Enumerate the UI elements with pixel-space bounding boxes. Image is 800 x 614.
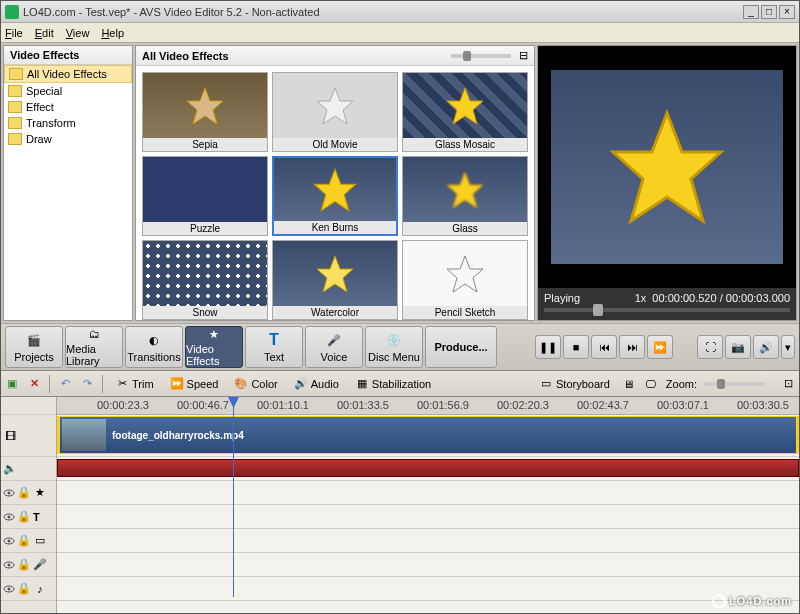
eye-icon[interactable]: [3, 535, 15, 547]
pause-button[interactable]: ❚❚: [535, 335, 561, 359]
next-frame-button[interactable]: ⏭: [619, 335, 645, 359]
effect-tile-kenburns[interactable]: Ken Burns: [272, 156, 398, 236]
timeline: 🎞 🔈 🔒★ 🔒T 🔒▭ 🔒🎤 🔒♪ 00:00:23.3 00:00:46.7…: [1, 397, 799, 613]
lock-icon[interactable]: 🔒: [17, 558, 31, 572]
effect-tile-glassmosaic[interactable]: Glass Mosaic: [402, 72, 528, 152]
effect-label: Snow: [143, 306, 267, 319]
effect-tile-pencil[interactable]: Pencil Sketch: [402, 240, 528, 320]
audio-clip[interactable]: [57, 459, 799, 477]
monitor-icon[interactable]: 🖵: [644, 377, 658, 391]
effect-track[interactable]: [57, 481, 799, 505]
speed-button[interactable]: ⏩Speed: [166, 375, 223, 393]
speed-icon: ⏩: [170, 377, 184, 391]
tl-label: Color: [251, 378, 277, 390]
voice-track[interactable]: [57, 553, 799, 577]
svg-point-13: [8, 539, 11, 542]
jump-button[interactable]: ⏩: [647, 335, 673, 359]
time-ruler[interactable]: 00:00:23.3 00:00:46.7 00:01:10.1 00:01:3…: [57, 397, 799, 415]
transitions-icon: ◐: [144, 331, 164, 349]
effect-tile-sepia[interactable]: Sepia: [142, 72, 268, 152]
sidebar-item-transform[interactable]: Transform: [4, 115, 132, 131]
menu-help[interactable]: Help: [101, 27, 124, 39]
redo-icon[interactable]: ↷: [80, 377, 94, 391]
audio-button[interactable]: 🔊Audio: [290, 375, 343, 393]
seek-bar[interactable]: [544, 308, 790, 312]
undo-icon[interactable]: ↶: [58, 377, 72, 391]
voice-button[interactable]: 🎤Voice: [305, 326, 363, 368]
view-mode-icon[interactable]: 🖥: [622, 377, 636, 391]
produce-button[interactable]: Produce...: [425, 326, 497, 368]
trim-icon: ✂: [115, 377, 129, 391]
timeline-add-icon[interactable]: ▣: [5, 377, 19, 391]
zoom-slider[interactable]: [705, 382, 765, 386]
media-library-button[interactable]: 🗂Media Library: [65, 326, 123, 368]
lock-icon[interactable]: 🔒: [17, 510, 31, 524]
lock-icon[interactable]: 🔒: [17, 534, 31, 548]
timeline-tracks[interactable]: 00:00:23.3 00:00:46.7 00:01:10.1 00:01:3…: [57, 397, 799, 613]
audio-track[interactable]: [57, 457, 799, 481]
overlay-track[interactable]: [57, 529, 799, 553]
video-clip[interactable]: footage_oldharryrocks.mp4: [57, 416, 799, 454]
maximize-button[interactable]: □: [761, 5, 777, 19]
playhead[interactable]: [233, 397, 234, 597]
timeline-delete-icon[interactable]: ✕: [27, 377, 41, 391]
menu-view[interactable]: View: [66, 27, 90, 39]
color-button[interactable]: 🎨Color: [230, 375, 281, 393]
close-button[interactable]: ×: [779, 5, 795, 19]
effect-tile-puzzle[interactable]: Puzzle: [142, 156, 268, 236]
volume-button[interactable]: 🔊: [753, 335, 779, 359]
video-effects-button[interactable]: ★Video Effects: [185, 326, 243, 368]
sidebar-item-label: Draw: [26, 133, 52, 145]
text-icon: T: [264, 331, 284, 349]
disc-menu-button[interactable]: 💿Disc Menu: [365, 326, 423, 368]
svg-marker-5: [317, 256, 353, 292]
minimize-button[interactable]: _: [743, 5, 759, 19]
menu-edit[interactable]: Edit: [35, 27, 54, 39]
effect-tile-oldmovie[interactable]: Old Movie: [272, 72, 398, 152]
toolbar-label: Text: [264, 351, 284, 363]
eye-icon[interactable]: [3, 559, 15, 571]
fit-zoom-icon[interactable]: ⊡: [781, 377, 795, 391]
stop-button[interactable]: ■: [563, 335, 589, 359]
text-button[interactable]: TText: [245, 326, 303, 368]
snapshot-button[interactable]: 📷: [725, 335, 751, 359]
sidebar-item-label: Transform: [26, 117, 76, 129]
thumb-size-slider[interactable]: [451, 54, 511, 58]
sidebar-item-effect[interactable]: Effect: [4, 99, 132, 115]
text-track[interactable]: [57, 505, 799, 529]
transitions-button[interactable]: ◐Transitions: [125, 326, 183, 368]
stab-icon: ▦: [355, 377, 369, 391]
effect-tile-snow[interactable]: Snow: [142, 240, 268, 320]
music-track[interactable]: [57, 577, 799, 601]
projects-button[interactable]: 🎬Projects: [5, 326, 63, 368]
eye-icon[interactable]: [3, 583, 15, 595]
sidebar-item-draw[interactable]: Draw: [4, 131, 132, 147]
lock-icon[interactable]: 🔒: [17, 582, 31, 596]
folder-icon: [8, 117, 22, 129]
stabilization-button[interactable]: ▦Stabilization: [351, 375, 435, 393]
collapse-icon[interactable]: ⊟: [519, 49, 528, 62]
preview-viewport[interactable]: [538, 46, 796, 288]
sidebar-item-all[interactable]: All Video Effects: [4, 65, 132, 83]
trim-button[interactable]: ✂Trim: [111, 375, 158, 393]
volume-menu-button[interactable]: ▾: [781, 335, 795, 359]
titlebar: LO4D.com - Test.vep* - AVS Video Editor …: [1, 1, 799, 23]
effect-label: Puzzle: [143, 222, 267, 235]
svg-marker-0: [187, 88, 223, 124]
storyboard-button[interactable]: ▭Storyboard: [535, 375, 614, 393]
eye-icon[interactable]: [3, 487, 15, 499]
effect-tile-watercolor[interactable]: Watercolor: [272, 240, 398, 320]
sidebar-item-special[interactable]: Special: [4, 83, 132, 99]
fullscreen-button[interactable]: ⛶: [697, 335, 723, 359]
eye-icon[interactable]: [3, 511, 15, 523]
effect-label: Glass: [403, 222, 527, 235]
effect-tile-glass[interactable]: Glass: [402, 156, 528, 236]
svg-point-11: [8, 515, 11, 518]
prev-frame-button[interactable]: ⏮: [591, 335, 617, 359]
menu-file[interactable]: File: [5, 27, 23, 39]
sidebar-item-label: All Video Effects: [27, 68, 107, 80]
effects-sidebar: Video Effects All Video Effects Special …: [3, 45, 133, 321]
lock-icon[interactable]: 🔒: [17, 486, 31, 500]
folder-icon: [9, 68, 23, 80]
video-track[interactable]: footage_oldharryrocks.mp4: [57, 415, 799, 457]
